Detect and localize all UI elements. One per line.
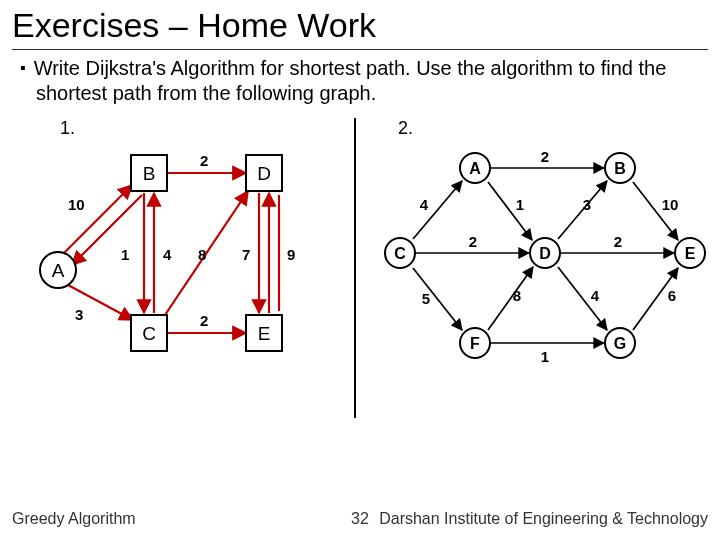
edge2-CF: 5	[422, 290, 430, 307]
edge2-AB: 2	[541, 148, 549, 165]
vertical-divider	[354, 118, 356, 418]
node2-F: F	[470, 335, 480, 352]
node2-E: E	[685, 245, 696, 262]
edge-w-CD: 8	[198, 246, 206, 263]
node2-D: D	[539, 245, 551, 262]
edge2-FG: 1	[541, 348, 549, 365]
node2-G: G	[614, 335, 626, 352]
edge2-AD: 1	[516, 196, 524, 213]
svg-line-24	[488, 267, 533, 330]
node-E: E	[258, 323, 271, 344]
node2-B: B	[614, 160, 626, 177]
title-divider	[12, 49, 708, 50]
graph-1: 10 2 1 4 8 7 9 3 2 A B C D E	[20, 138, 340, 398]
edge-w-BA: 1	[121, 246, 129, 263]
svg-line-25	[558, 267, 607, 330]
edge2-DG: 4	[591, 287, 600, 304]
edge2-DE: 2	[614, 233, 622, 250]
exercise-text-content: Write Dijkstra's Algorithm for shortest …	[34, 57, 667, 104]
edge2-CD: 2	[469, 233, 477, 250]
edge-w-DE7: 7	[242, 246, 250, 263]
node2-C: C	[394, 245, 406, 262]
edge2-FD: 8	[513, 287, 521, 304]
edge2-GE: 6	[668, 287, 676, 304]
footer-right: Darshan Institute of Engineering & Techn…	[379, 510, 708, 528]
label-1: 1.	[60, 118, 75, 139]
edge-w-BD: 2	[200, 152, 208, 169]
edge-w-AC: 3	[75, 306, 83, 323]
page-title: Exercises – Home Work	[0, 0, 720, 47]
node-D: D	[257, 163, 271, 184]
edge-w-BC: 4	[163, 246, 172, 263]
edge2-BE: 10	[662, 196, 679, 213]
edge-w-CE: 2	[200, 312, 208, 329]
node-B: B	[143, 163, 156, 184]
footer: Greedy Algorithm 32 Darshan Institute of…	[0, 510, 720, 534]
edge2-DB: 3	[583, 196, 591, 213]
node-A: A	[52, 260, 65, 281]
graph-2: 2 4 1 3 10 2 2 5 8 4 6 1 A B C D E F G	[370, 138, 710, 418]
edge-w-DE9: 9	[287, 246, 295, 263]
edge2-CA: 4	[420, 196, 429, 213]
svg-line-18	[488, 182, 532, 240]
node-C: C	[142, 323, 156, 344]
node2-A: A	[469, 160, 481, 177]
label-2: 2.	[398, 118, 413, 139]
svg-line-23	[413, 268, 462, 330]
graphs-area: 10 2 1 4 8 7 9 3 2 A B C D E	[0, 138, 720, 428]
edge-w-AB: 10	[68, 196, 85, 213]
exercise-text: ▪Write Dijkstra's Algorithm for shortest…	[0, 56, 720, 106]
